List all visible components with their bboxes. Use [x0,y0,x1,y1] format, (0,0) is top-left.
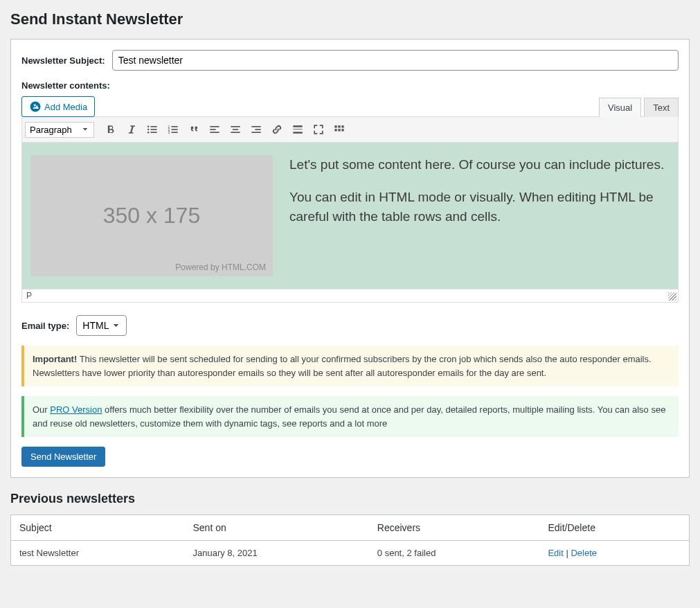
page-title: Send Instant Newsletter [10,10,690,28]
svg-text:3: 3 [168,130,170,134]
fullscreen-icon[interactable] [309,120,328,139]
pro-text-pre: Our [33,404,50,415]
svg-rect-9 [172,126,178,127]
svg-rect-13 [210,129,215,130]
editor-text: Let's put some content here. Of course y… [289,155,670,240]
editor-toolbar: Paragraph 123 [21,116,679,143]
th-sent-on: Sent on [184,515,368,541]
svg-rect-10 [172,129,178,130]
svg-rect-24 [334,125,336,127]
pro-notice: Our PRO Version offers much better flexi… [21,396,679,437]
svg-rect-20 [251,132,260,133]
svg-point-2 [147,132,150,134]
tab-visual[interactable]: Visual [599,98,641,117]
placeholder-image[interactable]: 350 x 175 Powered by HTML.COM [30,155,273,276]
svg-rect-14 [210,132,219,133]
important-label: Important! [33,354,77,364]
svg-point-1 [147,129,150,131]
th-subject: Subject [11,515,185,541]
send-newsletter-button[interactable]: Send Newsletter [21,447,105,467]
svg-rect-27 [334,129,336,131]
subject-label: Newsletter Subject: [21,55,105,66]
table-row: test Newsletter January 8, 2021 0 sent, … [11,541,690,566]
tab-text[interactable]: Text [644,98,679,117]
resize-handle-icon[interactable] [668,292,676,301]
svg-rect-15 [231,126,240,127]
align-left-icon[interactable] [205,120,224,139]
align-center-icon[interactable] [226,120,245,139]
editor-status-bar: P [21,289,679,303]
important-text: This newsletter will be sent scheduled f… [33,354,652,378]
bold-icon[interactable] [101,120,120,139]
svg-rect-28 [338,129,340,131]
th-actions: Edit/Delete [539,515,689,541]
svg-rect-5 [151,132,157,133]
editor-paragraph-2: You can edit in HTML mode or visually. W… [289,188,670,227]
important-notice: Important! This newsletter will be sent … [21,346,679,386]
svg-rect-19 [255,129,260,130]
svg-rect-17 [231,132,240,133]
placeholder-dimensions: 350 x 175 [103,203,201,229]
svg-rect-18 [251,126,260,127]
cell-subject: test Newsletter [11,541,185,566]
cell-actions: Edit | Delete [539,541,689,566]
link-icon[interactable] [267,120,287,139]
cell-sent-on: January 8, 2021 [184,541,368,566]
svg-rect-16 [233,129,238,130]
edit-link[interactable]: Edit [548,548,563,558]
svg-rect-21 [293,125,302,127]
editor-tabs: Visual Text [599,98,679,117]
th-receivers: Receivers [369,515,540,541]
svg-rect-22 [293,129,302,129]
svg-rect-29 [341,129,343,131]
subject-input[interactable] [112,50,679,71]
pro-text-post: offers much better flexibility over the … [33,404,665,429]
format-select[interactable]: Paragraph [25,122,94,138]
bullet-list-icon[interactable] [143,120,162,139]
svg-rect-25 [338,125,340,127]
cell-receivers: 0 sent, 2 failed [369,541,540,566]
svg-point-0 [147,126,150,128]
newsletter-form-panel: Newsletter Subject: Newsletter contents:… [10,39,690,478]
contents-label: Newsletter contents: [21,80,679,91]
toolbar-toggle-icon[interactable] [330,120,349,139]
placeholder-powered-by: Powered by HTML.COM [175,262,266,272]
italic-icon[interactable] [122,120,141,139]
delete-link[interactable]: Delete [571,548,597,558]
numbered-list-icon[interactable]: 123 [163,120,183,139]
svg-rect-3 [151,126,157,127]
svg-rect-12 [210,126,219,127]
editor-content-area[interactable]: 350 x 175 Powered by HTML.COM Let's put … [21,143,679,289]
svg-rect-4 [151,129,157,130]
email-type-label: Email type: [21,321,69,331]
editor-path: P [26,291,32,301]
previous-newsletters-table: Subject Sent on Receivers Edit/Delete te… [10,515,690,566]
svg-rect-23 [293,132,302,134]
media-icon [29,100,42,113]
editor-paragraph-1: Let's put some content here. Of course y… [289,155,670,175]
svg-rect-11 [172,132,178,133]
add-media-label: Add Media [44,102,87,112]
email-type-select[interactable]: HTML [76,315,127,336]
previous-newsletters-heading: Previous newsletters [10,492,690,506]
blockquote-icon[interactable] [184,120,204,139]
svg-rect-26 [341,125,343,127]
pro-version-link[interactable]: PRO Version [50,404,102,415]
align-right-icon[interactable] [246,120,266,139]
add-media-button[interactable]: Add Media [21,96,95,117]
read-more-icon[interactable] [288,120,307,139]
